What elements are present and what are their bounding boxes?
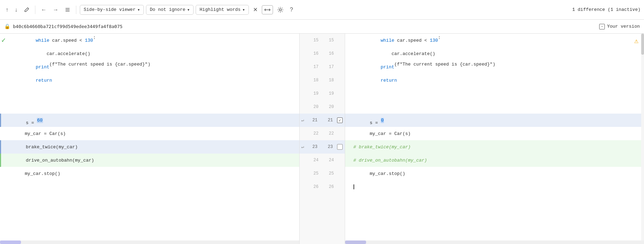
- gutter-right-15: 15: [323, 38, 337, 43]
- left-line-23: brake_twice(my_car): [0, 140, 299, 154]
- left-line-17: print(f"The current speed is {car.speed}…: [0, 60, 299, 74]
- down-button[interactable]: ↓: [13, 5, 20, 14]
- right-line-17: print(f"The current speed is {car.speed}…: [345, 60, 644, 74]
- gutter-18: 18 18: [300, 74, 345, 87]
- left-line-16: car.accelerate(): [0, 47, 299, 60]
- left-panel: ✓ while car.speed < 130: car.accelerate(…: [0, 34, 300, 244]
- lock-icon: 🔒: [4, 23, 10, 29]
- right-line-26: [345, 180, 644, 194]
- breadcrumb-bar: 🔒 b40c6b4660ba721cf99d549edee3449fa4f8a0…: [0, 20, 644, 34]
- gutter-25: 25 25: [300, 167, 345, 180]
- right-line-21: s = 0: [345, 114, 644, 127]
- left-line-20: [0, 100, 299, 114]
- gutter-22: 22 22: [300, 127, 345, 140]
- highlight-label: Highlight words: [200, 7, 240, 12]
- help-button[interactable]: ?: [288, 5, 295, 14]
- left-line-24: drive_on_autobahn(my_car): [0, 154, 299, 167]
- right-scrollbar-thumb[interactable]: [641, 34, 644, 55]
- toolbar: ↑ ↓ ← → Side-by-side viewer ▾ Do not ign…: [0, 0, 644, 20]
- gutter-left-15: 15: [307, 38, 321, 43]
- left-line-21: s = 60: [0, 114, 299, 127]
- left-scrollbar[interactable]: [0, 240, 299, 244]
- ignore-chevron-icon: ▾: [187, 7, 190, 13]
- gutter-20: 20 20: [300, 100, 345, 114]
- right-line-19: [345, 87, 644, 100]
- gutter-17: 17 17: [300, 60, 345, 74]
- back-button[interactable]: ←: [39, 5, 49, 14]
- highlight-chevron-icon: ▾: [242, 7, 245, 13]
- right-line-22: my_car = Car(s): [345, 127, 644, 140]
- gutter-15: 15 15: [300, 34, 345, 47]
- arrow-return-left-23-icon: ↵: [301, 144, 304, 150]
- your-version-label: Your version: [607, 24, 640, 29]
- gutter-21: ↵ 21 21: [300, 114, 345, 127]
- cursor: [354, 184, 354, 189]
- sync-scroll-button[interactable]: [262, 5, 273, 14]
- svg-rect-1: [65, 9, 70, 10]
- right-line-15: while car.speed < 130:: [345, 34, 644, 47]
- minus-box-icon: −: [599, 24, 605, 29]
- separator-2: [76, 6, 76, 14]
- ignore-dropdown[interactable]: Do not ignore ▾: [146, 5, 194, 15]
- edit-button[interactable]: [22, 6, 31, 14]
- highlight-dropdown[interactable]: Highlight words ▾: [196, 5, 249, 15]
- right-scrollbar-bottom[interactable]: [345, 240, 644, 244]
- settings-button[interactable]: [275, 5, 286, 14]
- gutter-23: ↵ 23 23: [300, 140, 345, 154]
- close-button[interactable]: ✕: [251, 5, 260, 14]
- right-line-24: # drive_on_autobahn(my_car): [345, 154, 644, 167]
- right-line-20: [345, 100, 644, 114]
- viewer-dropdown[interactable]: Side-by-side viewer ▾: [80, 5, 144, 15]
- right-panel: ⚠ while car.speed < 130: car.accelerate(…: [345, 34, 644, 244]
- gutter-24: 24 24: [300, 154, 345, 167]
- viewer-label: Side-by-side viewer: [84, 7, 135, 12]
- right-line-18: return: [345, 74, 644, 87]
- separator-1: [35, 6, 35, 14]
- left-line-15: while car.speed < 130:: [0, 34, 299, 47]
- arrow-return-left-icon: ↵: [301, 117, 304, 123]
- left-line-26: [0, 180, 299, 194]
- forward-button[interactable]: →: [51, 5, 61, 14]
- diff-checkbox-23[interactable]: [337, 144, 343, 150]
- svg-point-4: [279, 9, 281, 11]
- gutter-19: 19 19: [300, 87, 345, 100]
- ignore-label: Do not ignore: [150, 7, 185, 12]
- diff-container: ✓ while car.speed < 130: car.accelerate(…: [0, 34, 644, 244]
- right-scrollbar-track[interactable]: [641, 34, 644, 244]
- right-scrollbar-bottom-thumb[interactable]: [345, 240, 366, 244]
- right-line-25: my_car.stop(): [345, 167, 644, 180]
- center-gutter: 15 15 16 16 17 17 18 18 19 19 20 20 ↵: [300, 34, 345, 244]
- right-line-16: car.accelerate(): [345, 47, 644, 60]
- warning-icon: ⚠: [634, 36, 638, 45]
- left-line-19: [0, 87, 299, 100]
- left-line-25: my_car.stop(): [0, 167, 299, 180]
- gutter-26: 26 26: [300, 180, 345, 194]
- left-scrollbar-thumb[interactable]: [0, 240, 21, 244]
- svg-rect-2: [65, 11, 70, 12]
- checkmark-icon: ✓: [1, 36, 6, 45]
- diff-summary: 1 difference (1 inactive): [572, 7, 640, 12]
- list-button[interactable]: [63, 6, 72, 14]
- file-hash: b40c6b4660ba721cf99d549edee3449fa4f8a075: [13, 24, 122, 29]
- gutter-16: 16 16: [300, 47, 345, 60]
- up-button[interactable]: ↑: [4, 5, 10, 14]
- left-line-22: my_car = Car(s): [0, 127, 299, 140]
- left-line-18: return: [0, 74, 299, 87]
- viewer-chevron-icon: ▾: [137, 7, 140, 13]
- breadcrumb-right: − Your version: [599, 24, 640, 29]
- diff-checkbox-21[interactable]: [337, 117, 343, 123]
- svg-rect-0: [65, 8, 70, 9]
- right-line-23: # brake_twice(my_car): [345, 140, 644, 154]
